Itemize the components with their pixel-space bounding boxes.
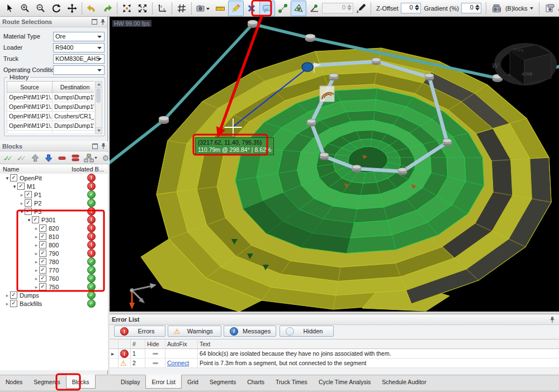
collapse-icon[interactable]: ▾ [4,175,10,181]
expand-icon[interactable]: ▸ [34,234,39,240]
tab-cycle-time-analysis[interactable]: Cycle Time Analysis [313,376,376,388]
pin-icon[interactable] [550,317,555,323]
axes-icon[interactable]: yx [154,1,170,16]
column-isolated[interactable]: Isolated B... [72,166,104,173]
pin-icon[interactable] [101,19,105,25]
history-row[interactable]: OpenPit\M1\P1\...Dumps\Dump1\8... [7,102,94,112]
cursor-icon[interactable] [2,1,17,16]
checkbox-checked[interactable]: ✓ [39,258,46,265]
error-row[interactable]: ▸!164 block(s) are isolated because they… [110,349,559,358]
expand-icon[interactable]: ▸ [34,251,39,256]
zoom-extents-icon[interactable] [119,1,135,16]
tree-label[interactable]: 820 [49,225,59,232]
history-row[interactable]: OpenPit\M1\P1\...Dumps\Dump1\8... [7,121,94,131]
spinner-steppers[interactable] [475,4,480,11]
tree-label[interactable]: M1 [27,183,35,190]
undo-icon[interactable] [84,1,100,16]
checkbox-checked[interactable]: ✓ [10,300,17,307]
history-row[interactable]: OpenPit\M1\P1\...Crushers/CR1_... [7,112,94,121]
3d-viewport[interactable]: WBACKBACK HW 99.00 fps (3217.62, 11.40, … [110,17,559,312]
expand-icon[interactable]: ▸ [34,276,39,281]
column-name[interactable]: Name [0,166,19,173]
collapse-icon[interactable]: ▾ [26,217,32,223]
tree-label[interactable]: P1 [34,192,41,198]
tab-segments[interactable]: Segments [28,376,65,388]
tree-row-p2[interactable]: ▸✓P2✓ [0,199,108,207]
expand-icon[interactable]: ▸ [34,259,39,265]
zoom-in-icon[interactable] [17,1,33,16]
collapse-icon[interactable]: ▾ [12,184,17,189]
tree-row-810[interactable]: ▸✓810! [0,232,108,241]
expand-icon[interactable]: ▸ [34,226,39,231]
tree-row-p3[interactable]: ▾✓P3! [0,207,108,216]
tree-label[interactable]: 750 [49,284,59,290]
tree-row-backfills[interactable]: ▸✓Backfills✓ [0,299,108,308]
pencil-icon[interactable] [228,1,244,16]
filter-button-messages[interactable]: iMessages [224,326,276,337]
redo-icon[interactable] [100,1,115,16]
z-offset-spinner[interactable]: 0 [401,3,421,13]
remove-all-icon[interactable] [69,152,82,164]
tree-row-750[interactable]: ▸✓750✓ [0,283,108,291]
tree-label[interactable]: 780 [49,259,59,265]
snapshot-icon[interactable] [193,1,212,16]
blocks-dropdown-button[interactable]: (B)locks [488,1,537,16]
scroll-up-icon[interactable] [96,82,102,88]
checkbox-checked[interactable]: ✓ [39,224,46,232]
tab-truck-times[interactable]: Truck Times [270,376,313,388]
scroll-thumb[interactable] [96,88,101,103]
tab-schedule-auditor[interactable]: Schedule Auditor [376,376,432,388]
maximize-icon[interactable] [92,144,98,149]
expand-view-icon[interactable] [135,1,150,16]
tree-row-780[interactable]: ▸✓780✓ [0,257,108,266]
tree-label[interactable]: 800 [49,242,59,248]
tree-row-p301[interactable]: ▾✓P301! [0,216,108,224]
checkbox-checked[interactable]: ✓ [25,208,32,215]
tree-row-openpit[interactable]: ▾✓OpenPit! [0,174,108,182]
angle-icon[interactable]: z [306,1,322,16]
tree-label[interactable]: 790 [49,250,59,257]
annotate-button[interactable]: An [541,1,559,16]
tree-row-770[interactable]: ▸✓770✓ [0,266,108,274]
checkbox-checked[interactable]: ✓ [39,283,46,290]
checkbox-checked[interactable]: ✓ [39,266,46,274]
tree-label[interactable]: 770 [49,267,59,274]
tab-charts[interactable]: Charts [241,376,270,388]
tab-nodes[interactable]: Nodes [0,376,28,388]
tree-row-p1[interactable]: ▸✓P1✓ [0,190,108,199]
hide-toggle-icon[interactable] [153,353,158,355]
autofix-link[interactable]: Connect [167,360,189,366]
expand-icon[interactable]: ▸ [34,284,39,290]
collapse-icon[interactable]: ▾ [19,209,25,214]
tree-row-760[interactable]: ▸✓760✓ [0,274,108,283]
tab-blocks[interactable]: Blocks [66,375,96,389]
spinner-steppers[interactable] [414,4,420,11]
tree-label[interactable]: Backfills [20,300,42,307]
filter-button-errors[interactable]: !Errors [114,326,165,337]
tree-label[interactable]: OpenPit [20,175,42,181]
history-row[interactable]: OpenPit\M1\P1\...Dumps\Dump1\8... [7,93,94,102]
tree-row-dumps[interactable]: ▸✓Dumps✓ [0,291,108,299]
pan-icon[interactable] [64,1,80,16]
move-up-icon[interactable] [29,152,42,164]
scroll-down-icon[interactable] [96,127,102,133]
measure-icon[interactable] [212,1,228,16]
checkbox-checked[interactable]: ✓ [32,216,39,223]
pin-icon[interactable] [101,143,106,149]
tree-row-790[interactable]: ▸✓790! [0,249,108,257]
polygon-icon[interactable] [291,1,306,16]
spinner-steppers[interactable] [347,4,352,11]
error-row[interactable]: ⚠2ConnectPoint is 7.3m from a segment, b… [110,358,559,368]
hierarchy-icon[interactable] [82,152,99,164]
filter-button-hidden[interactable]: Hidden [280,326,334,337]
rotate-icon[interactable] [49,1,64,16]
tree-label[interactable]: P3 [34,208,41,215]
tree-label[interactable]: P301 [41,217,56,223]
tree-label[interactable]: 760 [49,275,59,282]
tab-display[interactable]: Display [115,376,145,388]
expand-icon[interactable]: ▸ [111,350,114,357]
comment-icon[interactable]: ... [259,1,275,16]
uncheck-all-icon[interactable]: ✓✓ [15,152,29,164]
dropdown-truck[interactable]: KOM830E_AHS [53,54,105,64]
tree-row-800[interactable]: ▸✓800! [0,241,108,249]
